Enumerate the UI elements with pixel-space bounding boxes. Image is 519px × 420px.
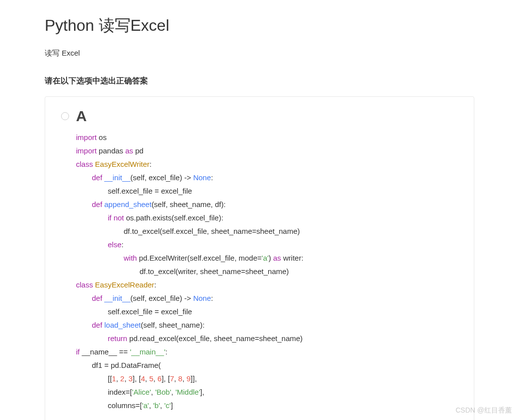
code-block: import os import pandas as pd class Easy… [61,131,458,412]
answer-option-box: A import os import pandas as pd class Ea… [45,96,474,420]
radio-unchecked-icon[interactable] [61,112,69,120]
option-letter: A [76,109,87,124]
subtitle-text: 读写 Excel [45,49,474,58]
page-title: Python 读写Excel [45,15,474,37]
instruction-text: 请在以下选项中选出正确答案 [45,76,474,86]
option-row[interactable]: A [61,109,458,124]
